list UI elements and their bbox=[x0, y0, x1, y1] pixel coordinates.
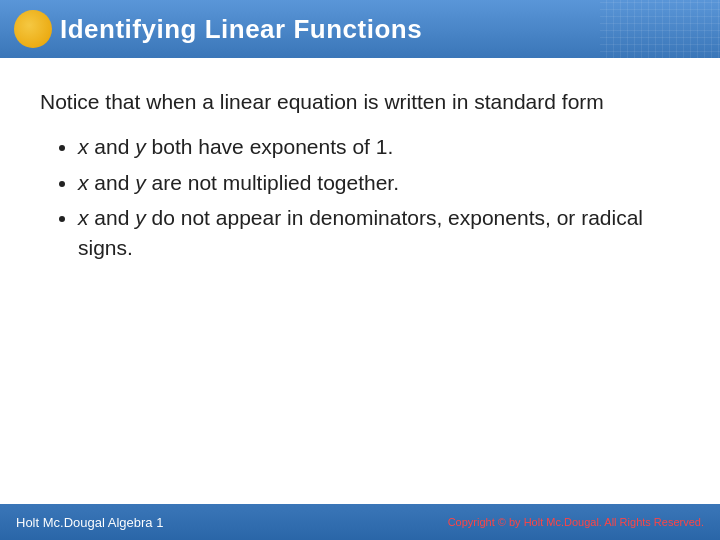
circle-icon bbox=[14, 10, 52, 48]
variable-x: x bbox=[78, 206, 89, 229]
footer-copyright: Copyright © by Holt Mc.Dougal. All Right… bbox=[448, 516, 704, 528]
list-item: x and y both have exponents of 1. bbox=[78, 132, 680, 161]
content-area: Notice that when a linear equation is wr… bbox=[0, 58, 720, 504]
list-item: x and y do not appear in denominators, e… bbox=[78, 203, 680, 262]
list-item: x and y are not multiplied together. bbox=[78, 168, 680, 197]
bullet-list: x and y both have exponents of 1. x and … bbox=[40, 132, 680, 262]
variable-y: y bbox=[135, 206, 146, 229]
footer: Holt Mc.Dougal Algebra 1 Copyright © by … bbox=[0, 504, 720, 540]
variable-y: y bbox=[135, 135, 146, 158]
slide: Identifying Linear Functions Notice that… bbox=[0, 0, 720, 540]
notice-paragraph: Notice that when a linear equation is wr… bbox=[40, 88, 680, 116]
slide-title: Identifying Linear Functions bbox=[60, 14, 422, 45]
variable-x: x bbox=[78, 171, 89, 194]
variable-x: x bbox=[78, 135, 89, 158]
variable-y: y bbox=[135, 171, 146, 194]
header: Identifying Linear Functions bbox=[0, 0, 720, 58]
footer-publisher: Holt Mc.Dougal Algebra 1 bbox=[16, 515, 163, 530]
